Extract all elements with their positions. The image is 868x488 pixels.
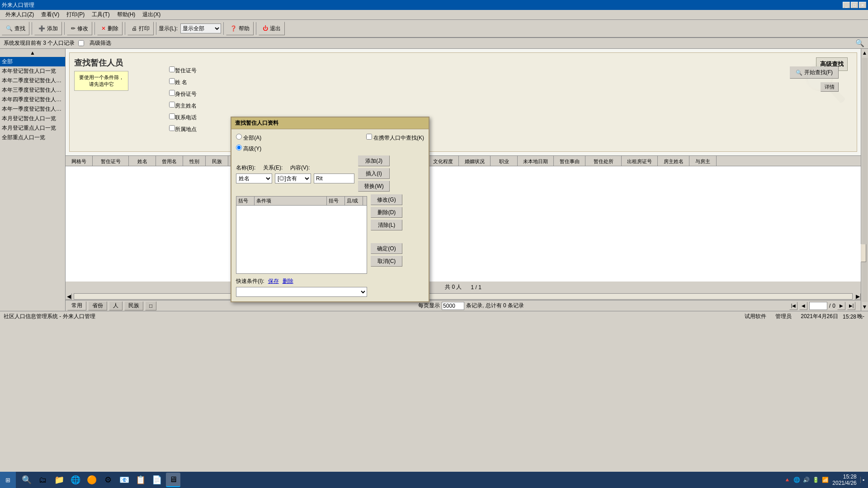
- advanced-filter-label: 高级筛选: [90, 39, 111, 47]
- tab-common[interactable]: 常用: [67, 301, 86, 310]
- advanced-filter-checkbox[interactable]: [78, 40, 84, 46]
- adv-insert-btn[interactable]: 插入(I): [358, 168, 390, 179]
- per-page-input[interactable]: [442, 302, 464, 310]
- page-prev-btn[interactable]: ◀: [799, 302, 807, 310]
- menu-view[interactable]: 查看(V): [38, 10, 63, 19]
- menu-tools[interactable]: 工具(T): [88, 10, 113, 19]
- sidebar-item-q3[interactable]: 本年三季度登记暂住人口一览: [0, 85, 65, 95]
- sidebar-scroll-up[interactable]: ▲: [0, 49, 65, 57]
- cb-zhuzhu-input[interactable]: [169, 66, 175, 72]
- tray-network: 📶: [822, 477, 829, 483]
- close-btn[interactable]: ×: [859, 2, 866, 8]
- scroll-right-btn[interactable]: ▶: [854, 293, 861, 300]
- menu-exit[interactable]: 退出(X): [139, 10, 164, 19]
- page-number-input[interactable]: [809, 302, 827, 310]
- tab-ethnicity[interactable]: 民族: [124, 301, 143, 310]
- taskbar-notepad[interactable]: 📋: [133, 473, 148, 487]
- sidebar-item-q4[interactable]: 本年四季度登记暂住人口一览: [0, 95, 65, 104]
- taskbar-task-view[interactable]: 🗂: [36, 473, 50, 487]
- sidebar-item-month[interactable]: 本月登记暂住人口一览: [0, 114, 65, 123]
- sidebar-item-year[interactable]: 本年登记暂住人口一览: [0, 66, 65, 76]
- clock-date: 2021/4/26: [832, 480, 856, 486]
- add-button[interactable]: ➕ 添加: [34, 22, 62, 35]
- adv-cancel-btn[interactable]: 取消(C): [371, 256, 402, 267]
- adv-confirm-btn[interactable]: 确定(O): [371, 243, 402, 254]
- edit-button[interactable]: ✏ 修改: [67, 22, 92, 35]
- maximize-btn[interactable]: □: [851, 2, 858, 8]
- col-edu: 文化程度: [427, 156, 459, 166]
- start-button[interactable]: ⊞: [0, 472, 16, 488]
- cb-landlord-input[interactable]: [169, 102, 175, 108]
- taskbar-active-app[interactable]: 🖥: [166, 473, 180, 487]
- print-icon: 🖨: [132, 25, 137, 32]
- search-hint: 要使用一个条件筛，请先选中它: [74, 71, 128, 91]
- radio-all[interactable]: [236, 134, 242, 140]
- col-arrival: 未本地日期: [518, 156, 554, 166]
- menu-print[interactable]: 打印(P): [63, 10, 88, 19]
- filter-checkbox[interactable]: [366, 134, 372, 140]
- tab-extra[interactable]: □: [145, 301, 156, 310]
- cb-zhuzhu: 暂住证号: [169, 66, 197, 75]
- per-page-control: 每页显示 条记录, 总计有 0 条记录: [418, 302, 524, 310]
- minimize-btn[interactable]: _: [843, 2, 850, 8]
- col-oldname: 曾用名: [156, 156, 183, 166]
- tray-battery: 🔋: [812, 477, 819, 483]
- print-button[interactable]: 🖨 打印: [127, 22, 154, 35]
- adv-modify-btn[interactable]: 修改(G): [371, 194, 402, 205]
- page-next-btn[interactable]: ▶: [837, 302, 845, 310]
- cb-id-input[interactable]: [169, 90, 175, 96]
- quit-button[interactable]: ⏻ 退出: [259, 22, 285, 35]
- menu-wairen[interactable]: 外来人口(Z): [2, 10, 38, 19]
- page-first-btn[interactable]: |◀: [789, 302, 797, 310]
- edit-icon: ✏: [71, 25, 75, 32]
- taskbar-edge[interactable]: 🌐: [68, 473, 83, 487]
- taskbar-settings[interactable]: ⚙: [101, 473, 115, 487]
- help-button[interactable]: ❓ 帮助: [226, 22, 254, 35]
- adv-radio-row: 全部(A) 在携带人口中查找(K): [236, 134, 424, 142]
- right-tab[interactable]: [861, 244, 866, 262]
- save-link[interactable]: 保存: [268, 277, 279, 285]
- scroll-down-btn[interactable]: ▼: [861, 303, 868, 311]
- radio-advanced[interactable]: [236, 145, 242, 150]
- content-input[interactable]: [314, 174, 354, 183]
- horizontal-scrollbar[interactable]: [74, 293, 853, 300]
- page-last-btn[interactable]: ▶|: [847, 302, 855, 310]
- cb-location-input[interactable]: [169, 125, 175, 131]
- sidebar-item-q2[interactable]: 本年二季度登记暂住人口一览: [0, 76, 65, 85]
- tab-bar: 常用 省份 人 民族 □ 每页显示 条记录, 总计有 0 条记录 |◀ ◀ / …: [66, 300, 861, 311]
- adv-table-header: 括号 条件项 括号 且/或: [236, 197, 367, 206]
- relation-select[interactable]: [◎]含有: [275, 174, 311, 183]
- sidebar-item-q1[interactable]: 本年一季度登记暂住人口一览: [0, 104, 65, 114]
- adv-replace-btn[interactable]: 替换(W): [358, 181, 390, 192]
- search-button[interactable]: 🔍 查找: [2, 22, 29, 35]
- scroll-up-btn[interactable]: ▲: [861, 49, 868, 57]
- taskbar-explorer[interactable]: 📁: [52, 473, 66, 487]
- quick-cond-select[interactable]: [236, 287, 367, 297]
- cb-phone-input[interactable]: [169, 113, 175, 119]
- tab-people[interactable]: 人: [109, 301, 123, 310]
- cb-location: 所属地点: [169, 125, 197, 133]
- taskbar-doc[interactable]: 📄: [150, 473, 164, 487]
- field-select[interactable]: 姓名: [236, 174, 272, 183]
- delete-button[interactable]: ✕ 删除: [97, 22, 123, 35]
- search-icon-top-right[interactable]: 🔍: [855, 39, 864, 47]
- taskbar-search[interactable]: 🔍: [19, 473, 34, 487]
- tab-province[interactable]: 省份: [88, 301, 107, 310]
- scroll-left-btn[interactable]: ◀: [66, 293, 72, 300]
- v-scrollbar-track[interactable]: [862, 58, 868, 302]
- sidebar-item-all[interactable]: 全部: [0, 57, 65, 66]
- show-desktop-btn[interactable]: ▪: [860, 477, 864, 483]
- menu-help[interactable]: 帮助(H): [113, 10, 139, 19]
- adv-delete-btn[interactable]: 删除(D): [371, 207, 402, 218]
- sidebar-item-all-key[interactable]: 全部重点人口一览: [0, 133, 65, 142]
- sidebar-item-month-key[interactable]: 本月登记重点人口一览: [0, 123, 65, 133]
- title-bar-buttons: _ □ ×: [843, 2, 866, 8]
- display-select[interactable]: 显示全部: [180, 23, 221, 33]
- adv-add-btn[interactable]: 添加(J): [358, 155, 390, 166]
- taskbar-email[interactable]: 📧: [117, 473, 132, 487]
- cb-name-input[interactable]: [169, 78, 175, 84]
- delete-link[interactable]: 删除: [283, 277, 293, 285]
- taskbar-app1[interactable]: 🟠: [85, 473, 99, 487]
- adv-clear-btn[interactable]: 清除(L): [371, 220, 402, 230]
- col-relation: 与房主: [689, 156, 717, 166]
